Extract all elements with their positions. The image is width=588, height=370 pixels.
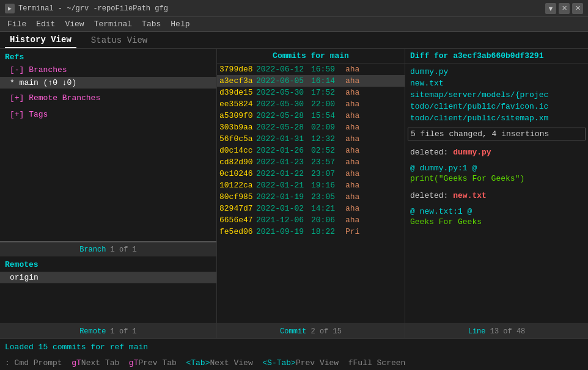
next-view-label: Next View (210, 358, 262, 368)
branches-header[interactable]: [-] Branches (0, 63, 216, 77)
diff-status-text: Line 13 of 48 (468, 327, 526, 336)
table-row[interactable]: 82947d7 2022-01-02 14:21 aha (217, 203, 405, 214)
diff-file-2: new.txt (408, 78, 586, 89)
table-row[interactable]: 80cf985 2022-01-19 23:05 aha (217, 191, 405, 203)
refs-title: Refs (0, 51, 216, 63)
tabbar: History View Status View (0, 32, 588, 49)
table-row[interactable]: 0c10246 2022-01-22 23:07 aha (217, 168, 405, 180)
diff-code-at-1: @ dummy.py:1 @ (408, 163, 586, 173)
window-title: Terminal - ~/grv -repoFilePath gfg (18, 4, 168, 13)
remote-status-bar: Remote 1 of 1 (0, 324, 216, 338)
remotes-section: Remotes origin (0, 256, 216, 324)
tab-history-view[interactable]: History View (5, 32, 76, 48)
fullscreen-label: Full Screen (353, 358, 406, 368)
commits-title: Commits for main (217, 49, 405, 63)
branch-status-bar: Branch 1 of 1 (0, 242, 216, 256)
table-row[interactable]: 56f0c5a 2022-01-31 12:32 aha (217, 133, 405, 145)
diff-file-1: dummy.py (408, 66, 586, 78)
menu-edit[interactable]: Edit (31, 18, 60, 30)
bottom-area: Loaded 15 commits for ref main : Cmd Pro… (0, 338, 588, 370)
table-row[interactable]: d0c14cc 2022-01-26 02:52 aha (217, 145, 405, 156)
prev-tab-label: Prev Tab (138, 358, 186, 368)
diff-code-line-1: print("Geeks For Geeks") (408, 173, 586, 184)
menu-help[interactable]: Help (166, 18, 194, 30)
next-view-key: <Tab> (186, 358, 210, 368)
deleted-label-1: deleted: (410, 148, 448, 157)
table-row[interactable]: 3799de8 2022-06-12 16:59 aha (217, 63, 405, 75)
remote-label: origin (10, 273, 39, 282)
diff-status-bar: Line 13 of 48 (405, 324, 588, 338)
commit-status-bar: Commit 2 of 15 (217, 324, 405, 338)
refs-section: Refs [-] Branches * main (↑0 ↓0) [+] Rem… (0, 49, 216, 242)
diff-code-line-2: Geeks For Geeks (408, 217, 586, 227)
table-row[interactable]: 303b9aa 2022-05-28 02:09 aha (217, 122, 405, 133)
prev-tab-key: gT (129, 358, 139, 368)
table-row[interactable]: cd82d90 2022-01-23 23:57 aha (217, 156, 405, 168)
table-row[interactable]: a5309f0 2022-05-28 15:54 aha (217, 110, 405, 122)
titlebar: ▶ Terminal - ~/grv -repoFilePath gfg ▼ ✕… (0, 0, 588, 17)
next-tab-label: Next Tab (81, 358, 129, 368)
right-panel: Diff for a3ecf3ab660b0df3291 dummy.py ne… (405, 49, 588, 338)
terminal-icon: ▶ (5, 4, 15, 13)
tab-status-view[interactable]: Status View (86, 33, 152, 48)
middle-panel: Commits for main 3799de8 2022-06-12 16:5… (217, 49, 405, 338)
deleted-label-2: deleted: (410, 191, 448, 200)
table-row[interactable]: ee35824 2022-05-30 22:00 aha (217, 98, 405, 110)
table-row[interactable]: a3ecf3a 2022-06-05 16:14 aha (217, 75, 405, 87)
prev-view-label: Prev View (296, 358, 348, 368)
branch-item-main[interactable]: * main (↑0 ↓0) (0, 77, 216, 89)
remotes-title: Remotes (0, 259, 216, 270)
menu-file[interactable]: File (2, 18, 31, 30)
diff-code-at-2: @ new.txt:1 @ (408, 206, 586, 217)
table-row[interactable]: 6656e47 2021-12-06 20:06 aha (217, 214, 405, 226)
left-panel: Refs [-] Branches * main (↑0 ↓0) [+] Rem… (0, 49, 217, 338)
deleted-file-1: dummy.py (453, 148, 491, 157)
diff-deleted-section-1: deleted: dummy.py (408, 145, 586, 158)
status-message: Loaded 15 commits for ref main (5, 343, 148, 352)
remote-branches-header[interactable]: [+] Remote Branches (0, 89, 216, 105)
close-button[interactable]: ✕ (572, 3, 583, 14)
maximize-button[interactable]: ✕ (559, 3, 570, 14)
commits-list: 3799de8 2022-06-12 16:59 aha a3ecf3a 202… (217, 63, 405, 324)
branch-status-text: Branch 1 of 1 (79, 245, 137, 254)
diff-file-5: todo/client/public/sitemap.xm (408, 112, 586, 124)
commit-status-text: Commit 2 of 15 (280, 327, 342, 336)
branch-label: * main (↑0 ↓0) (10, 78, 76, 87)
diff-summary: 5 files changed, 4 insertions (408, 128, 586, 140)
minimize-button[interactable]: ▼ (545, 3, 556, 14)
diff-file-4: todo/client/public/favicon.ic (408, 101, 586, 112)
menubar: File Edit View Terminal Tabs Help (0, 17, 588, 32)
cmd-prompt-label: : Cmd Prompt (5, 358, 72, 368)
diff-title: Diff for a3ecf3ab660b0df3291 (405, 49, 588, 63)
table-row[interactable]: 10122ca 2022-01-21 19:16 aha (217, 180, 405, 191)
status-line-2: : Cmd Prompt gT Next Tab gT Prev Tab <Ta… (0, 355, 588, 370)
next-tab-key: gT (72, 358, 81, 368)
remote-item-origin[interactable]: origin (0, 272, 216, 283)
diff-file-3: sitemap/server/models/{projec (408, 89, 586, 101)
diff-deleted-section-2: deleted: new.txt (408, 189, 586, 201)
tags-header[interactable]: [+] Tags (0, 105, 216, 122)
table-row[interactable]: d39de15 2022-05-30 17:52 aha (217, 87, 405, 98)
status-line-1: Loaded 15 commits for ref main (0, 339, 588, 355)
remote-status-text: Remote 1 of 1 (79, 327, 137, 336)
menu-tabs[interactable]: Tabs (137, 18, 166, 30)
diff-content: dummy.py new.txt sitemap/server/models/{… (405, 63, 588, 324)
table-row[interactable]: fe5ed06 2021-09-19 18:22 Pri (217, 226, 405, 238)
menu-terminal[interactable]: Terminal (89, 18, 137, 30)
fullscreen-key: f (348, 358, 353, 368)
deleted-file-2: new.txt (453, 191, 487, 200)
prev-view-key: <S-Tab> (262, 358, 296, 368)
menu-view[interactable]: View (60, 18, 89, 30)
